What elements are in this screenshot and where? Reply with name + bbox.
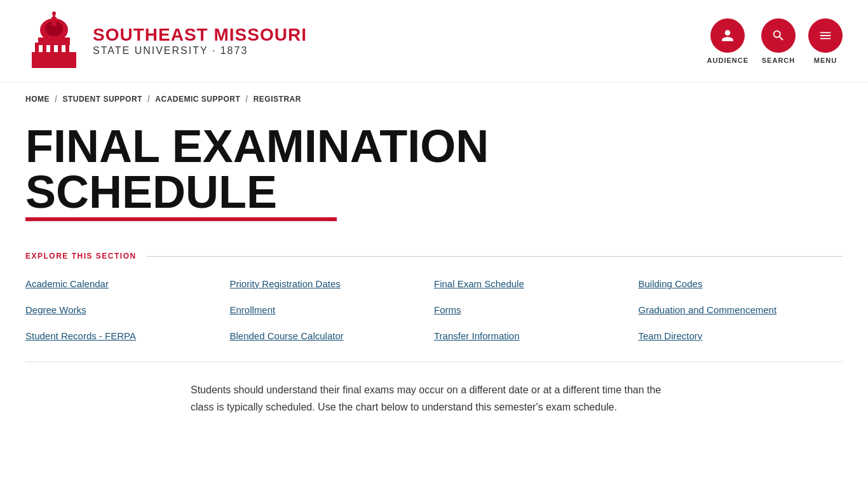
link-student-records[interactable]: Student Records - FERPA bbox=[25, 323, 230, 349]
menu-button[interactable]: MENU bbox=[808, 18, 843, 64]
link-blended-course[interactable]: Blended Course Calculator bbox=[230, 323, 435, 349]
page-title-line1: FINAL EXAMINATION bbox=[25, 123, 597, 169]
nav-col-3: Final Exam Schedule Forms Transfer Infor… bbox=[434, 271, 639, 349]
header-actions: AUDIENCE SEARCH MENU bbox=[707, 18, 843, 64]
nav-col-4: Building Codes Graduation and Commenceme… bbox=[639, 271, 843, 349]
breadcrumb-registrar[interactable]: REGISTRAR bbox=[254, 95, 301, 104]
breadcrumb: HOME / STUDENT SUPPORT / ACADEMIC SUPPOR… bbox=[0, 83, 868, 111]
intro-paragraph: Students should understand their final e… bbox=[191, 381, 667, 416]
menu-label: MENU bbox=[814, 57, 837, 64]
breadcrumb-sep-3: / bbox=[245, 94, 248, 104]
breadcrumb-student-support[interactable]: STUDENT SUPPORT bbox=[62, 95, 142, 104]
audience-button[interactable]: AUDIENCE bbox=[707, 18, 749, 64]
link-final-exam-schedule[interactable]: Final Exam Schedule bbox=[434, 271, 639, 297]
link-transfer-information[interactable]: Transfer Information bbox=[434, 323, 639, 349]
search-label: SEARCH bbox=[762, 57, 795, 64]
university-logo-icon bbox=[25, 11, 83, 71]
body-content: Students should understand their final e… bbox=[0, 362, 868, 435]
site-header: Southeast Missouri State University · 18… bbox=[0, 0, 868, 83]
link-building-codes[interactable]: Building Codes bbox=[639, 271, 843, 297]
page-title-line2: SCHEDULE bbox=[25, 169, 597, 215]
explore-section: EXPLORE THIS SECTION Academic Calendar D… bbox=[0, 240, 868, 362]
link-forms[interactable]: Forms bbox=[434, 297, 639, 323]
page-title: FINAL EXAMINATION SCHEDULE bbox=[25, 123, 597, 215]
title-underline bbox=[25, 217, 337, 221]
link-enrollment[interactable]: Enrollment bbox=[230, 297, 435, 323]
link-degree-works[interactable]: Degree Works bbox=[25, 297, 230, 323]
university-sub: State University · 1873 bbox=[93, 45, 307, 57]
breadcrumb-academic-support[interactable]: ACADEMIC SUPPORT bbox=[155, 95, 240, 104]
nav-links-grid: Academic Calendar Degree Works Student R… bbox=[25, 271, 843, 362]
logo-text: Southeast Missouri State University · 18… bbox=[93, 25, 307, 57]
breadcrumb-sep-2: / bbox=[147, 94, 150, 104]
nav-col-2: Priority Registration Dates Enrollment B… bbox=[230, 271, 435, 349]
menu-icon bbox=[808, 18, 843, 53]
page-title-section: FINAL EXAMINATION SCHEDULE bbox=[0, 111, 868, 240]
link-academic-calendar[interactable]: Academic Calendar bbox=[25, 271, 230, 297]
nav-col-1: Academic Calendar Degree Works Student R… bbox=[25, 271, 230, 349]
svg-point-11 bbox=[52, 11, 56, 15]
university-name: Southeast Missouri bbox=[93, 25, 307, 45]
explore-label: EXPLORE THIS SECTION bbox=[25, 252, 137, 261]
search-icon bbox=[761, 18, 796, 53]
logo-area: Southeast Missouri State University · 18… bbox=[25, 11, 307, 71]
audience-label: AUDIENCE bbox=[707, 57, 749, 64]
explore-divider bbox=[147, 256, 843, 257]
explore-header: EXPLORE THIS SECTION bbox=[25, 240, 843, 271]
link-graduation-commencement[interactable]: Graduation and Commencement bbox=[639, 297, 843, 323]
link-team-directory[interactable]: Team Directory bbox=[639, 323, 843, 349]
breadcrumb-home[interactable]: HOME bbox=[25, 95, 50, 104]
search-button[interactable]: SEARCH bbox=[761, 18, 796, 64]
link-priority-registration[interactable]: Priority Registration Dates bbox=[230, 271, 435, 297]
breadcrumb-sep-1: / bbox=[55, 94, 57, 104]
audience-icon bbox=[710, 18, 745, 53]
